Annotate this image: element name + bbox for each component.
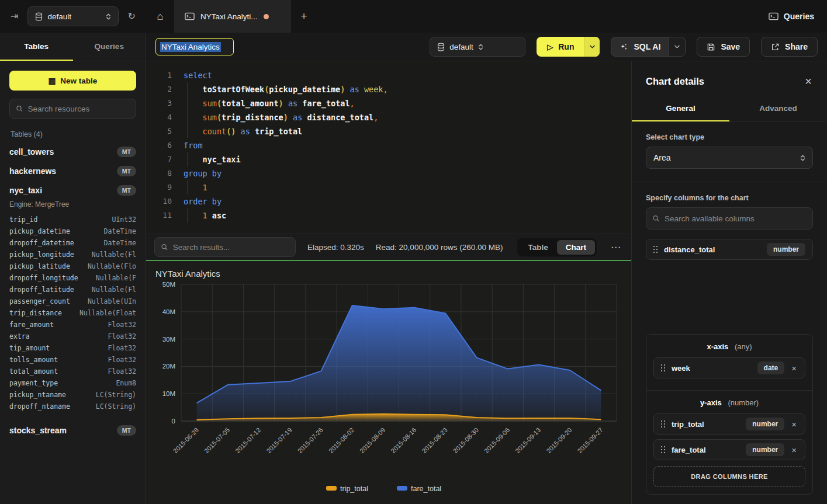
table-row-hackernews[interactable]: hackernewsMT [9,161,136,180]
panel-header: Chart details × [632,61,827,98]
sidebar-tab-tables[interactable]: Tables [0,33,73,61]
legend-item-fare_total[interactable]: fare_total [397,485,441,493]
chip-name: week [672,364,752,373]
code-text: from [184,138,203,152]
queries-button[interactable]: Queries [769,12,814,21]
sql-editor[interactable]: 1select2 toStartOfWeek(pickup_datetime) … [146,61,631,234]
sql-ai-button[interactable]: SQL AI [611,37,686,57]
column-chip-week[interactable]: weekdate× [653,357,805,378]
query-title-input[interactable]: NYTaxi Analytics [155,38,234,55]
sql-console-app: ⇥ default ↻ ⌂ NYTaxi Analyti... [0,0,827,504]
column-chip-trip_total[interactable]: trip_totalnumber× [653,413,805,435]
collapse-sidebar-icon[interactable]: ⇥ [7,9,22,23]
column-row: trip_idUInt32 [9,214,136,225]
column-name: trip_id [9,214,37,225]
run-label: Run [558,42,574,51]
queries-button-label: Queries [784,12,814,21]
view-toggle-table[interactable]: Table [519,240,556,255]
query-title-selected-text: NYTaxi Analytics [160,42,221,52]
columns-label: Specify columns for the chart [646,194,813,202]
main-area: 1select2 toStartOfWeek(pickup_datetime) … [146,61,631,504]
axes-config-box: x-axis (any) weekdate× y-axis (number) [646,334,813,495]
remove-icon[interactable]: × [790,445,798,455]
table-row-stocks_stream[interactable]: stocks_streamMT [9,420,136,440]
results-chart: 010M20M30M40M50M2015-06-282015-07-052015… [146,279,631,500]
chart-type-select[interactable]: Area [646,147,813,169]
line-number: 9 [154,180,172,194]
remove-icon[interactable]: × [790,419,798,429]
legend-item-trip_total[interactable]: trip_total [326,485,368,493]
column-row: pickup_longitudeNullable(Fl [9,249,136,260]
new-tab-button[interactable]: + [291,0,317,33]
new-table-button[interactable]: ▦ New table [9,71,136,91]
code-line: 8group by [146,166,631,180]
editor-toolbar-actions: default ▷ Run [430,37,818,57]
table-row-cell_towers[interactable]: cell_towersMT [9,142,136,161]
run-button[interactable]: ▷ Run [537,37,600,57]
panel-tab-general[interactable]: General [632,98,729,121]
tables-list: cell_towersMThackernewsMTnyc_taxiMTEngin… [9,142,136,440]
column-type: Float32 [108,331,136,342]
share-button[interactable]: Share [761,37,818,57]
sql-ai-caret[interactable] [669,37,685,56]
column-type: Float32 [108,342,136,354]
remove-icon[interactable]: × [790,363,798,373]
drag-handle-icon[interactable] [661,420,666,427]
code-line: 3 sum(total_amount) as fare_total, [146,96,631,110]
column-chip-fare_total[interactable]: fare_totalnumber× [653,439,805,460]
close-icon[interactable]: × [805,75,812,87]
column-type: LC(String) [96,389,136,401]
column-chip-distance_total[interactable]: distance_totalnumber [646,239,813,260]
topbar-right: Queries [769,0,827,33]
search-icon [652,214,660,223]
column-type: LC(String) [96,401,136,412]
code-text: select [184,68,212,82]
chevron-updown-icon [478,43,483,51]
x-tick-label: 2015-07-26 [296,426,324,454]
column-name: dropoff_latitude [9,284,74,296]
panel-tab-advanced[interactable]: Advanced [729,98,827,121]
x-axis-hint: (any) [735,342,752,351]
column-type: DateTime [104,237,136,249]
chart-type-label: Select chart type [646,133,813,141]
save-button[interactable]: Save [697,37,750,57]
tab-strip: ⌂ NYTaxi Analyti... + [146,0,317,33]
database-icon [35,12,43,21]
column-name: tolls_amount [9,354,58,366]
results-search-input[interactable] [173,243,289,252]
sidebar-search-input[interactable] [28,105,130,113]
sidebar-search [9,99,136,119]
topbar: ⇥ default ↻ ⌂ NYTaxi Analyti... [0,0,827,33]
column-row: pickup_latitudeNullable(Flo [9,260,136,272]
column-type: UInt32 [112,214,136,225]
drag-handle-icon[interactable] [661,364,666,371]
column-row: tip_amountFloat32 [9,342,136,354]
sidebar-tab-queries[interactable]: Queries [73,33,146,61]
table-row-nyc_taxi[interactable]: nyc_taxiMT [9,180,136,200]
column-name: fare_amount [9,319,54,331]
home-tab-button[interactable]: ⌂ [146,0,174,33]
run-database-selector[interactable]: default [430,37,525,57]
drag-columns-dropzone[interactable]: DRAG COLUMNS HERE [653,466,805,487]
drag-handle-icon[interactable] [661,446,666,453]
chevron-down-icon [674,45,680,48]
x-tick-label: 2015-07-19 [265,426,293,454]
drag-handle-icon[interactable] [653,246,658,253]
tab-nytaxi-analytics[interactable]: NYTaxi Analyti... [174,0,291,33]
refresh-icon[interactable]: ↻ [124,9,139,23]
sparkle-icon [620,43,628,51]
column-type: Nullable(UIn [88,296,136,307]
panel-tabs: General Advanced [632,98,827,121]
type-badge: number [767,243,805,256]
more-options-icon[interactable]: ⋯ [608,241,623,253]
terminal-icon [185,12,195,20]
column-row: extraFloat32 [9,331,136,342]
database-selector[interactable]: default [27,6,118,26]
column-row: dropoff_datetimeDateTime [9,237,136,249]
run-options-caret[interactable] [584,37,600,57]
line-number: 2 [154,82,172,96]
sidebar-tabs: Tables Queries [0,33,146,61]
columns-search-input[interactable] [665,214,807,223]
line-number: 10 [154,194,172,208]
view-toggle-chart[interactable]: Chart [557,240,595,255]
